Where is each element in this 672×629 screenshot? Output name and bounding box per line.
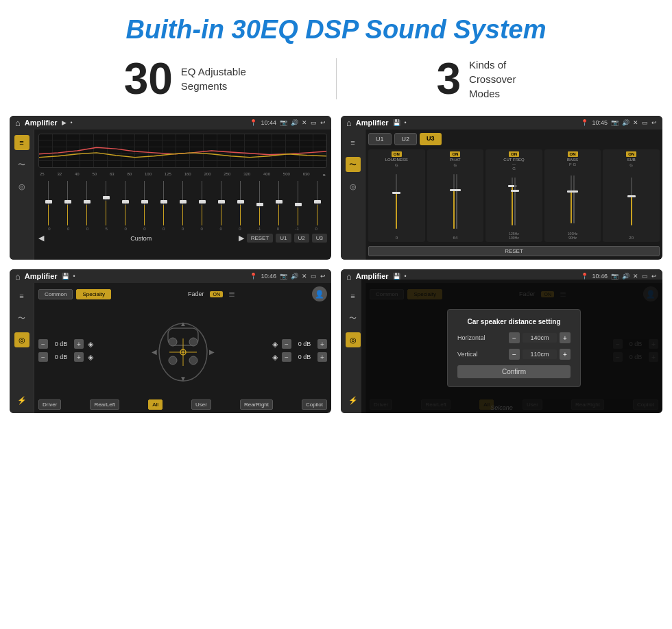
pin-icon-1: 📍 [250, 119, 257, 126]
crossover-stat: 3 Kinds of Crossover Modes [357, 57, 618, 101]
eq-slider-6[interactable] [155, 181, 172, 225]
profile-icon-3: 👤 [312, 286, 327, 301]
eq-slider-12[interactable] [270, 181, 287, 225]
eq-next-btn[interactable]: ▶ [239, 234, 244, 243]
front-left-db: − 0 dB + ◈ [38, 339, 95, 349]
rr-minus[interactable]: − [282, 352, 291, 362]
user-btn[interactable]: User [191, 399, 211, 410]
eq-slider-3[interactable] [97, 181, 115, 225]
eq-slider-7[interactable] [174, 181, 191, 225]
eq-slider-4[interactable] [117, 181, 134, 225]
back-icon-1[interactable]: ↩ [320, 119, 326, 126]
wave-side-icon-3[interactable]: 〜 [14, 310, 29, 325]
rear-left-btn[interactable]: RearLeft [90, 399, 119, 410]
eq-slider-10[interactable] [232, 181, 249, 225]
copilot-btn[interactable]: Copilot [302, 399, 327, 410]
fader-on-badge: ON [210, 291, 223, 297]
status-bar-1: ⌂ Amplifier ▶ • 📍 10:44 📷 🔊 ✕ ▭ ↩ [10, 116, 331, 130]
close-icon-3[interactable]: ✕ [302, 273, 307, 280]
u2-preset-btn[interactable]: U2 [394, 133, 418, 145]
svg-point-4 [169, 356, 177, 365]
svg-text:▲: ▲ [180, 320, 187, 328]
horizontal-label: Horizontal [457, 334, 495, 341]
u2-btn[interactable]: U2 [294, 234, 309, 243]
eq-slider-11[interactable] [251, 181, 268, 225]
horizontal-plus[interactable]: + [560, 332, 571, 343]
confirm-button[interactable]: Confirm [457, 365, 571, 378]
fl-plus[interactable]: + [74, 339, 84, 349]
u3-btn[interactable]: U3 [312, 234, 327, 243]
crossover-desc: Kinds of Crossover Modes [469, 58, 538, 101]
eq-side-icon-4[interactable]: ≡ [346, 288, 361, 304]
eq-slider-13[interactable] [289, 181, 307, 225]
vertical-minus[interactable]: − [509, 349, 520, 360]
rl-minus[interactable]: − [38, 352, 48, 362]
bt-side-icon-4[interactable]: ⚡ [346, 393, 361, 408]
bt-side-icon-3[interactable]: ⚡ [14, 393, 29, 408]
speaker-side-icon-3[interactable]: ◎ [14, 332, 29, 347]
svg-text:▼: ▼ [180, 375, 187, 382]
crossover-reset-btn[interactable]: RESET [368, 246, 660, 256]
volume-icon-4: 🔊 [622, 273, 629, 280]
eq-prev-btn[interactable]: ◀ [38, 234, 44, 243]
window-icon-4[interactable]: ▭ [642, 273, 648, 280]
eq-slider-2[interactable] [78, 181, 95, 225]
eq-side-icon[interactable]: ≡ [14, 135, 29, 150]
speaker-side-icon-4[interactable]: ◎ [346, 332, 361, 347]
speaker-side-icon-2[interactable]: ◎ [346, 179, 361, 194]
eq-slider-9[interactable] [213, 181, 230, 225]
screen-distance: ⌂ Amplifier 💾 • 📍 10:46 📷 🔊 ✕ ▭ ↩ ≡ 〜 ◎ … [341, 269, 662, 413]
back-icon-3[interactable]: ↩ [320, 273, 326, 280]
horizontal-minus[interactable]: − [509, 332, 520, 343]
dot-icon-3: • [73, 273, 75, 280]
back-icon-4[interactable]: ↩ [651, 273, 657, 280]
eq-desc: EQ Adjustable Segments [181, 64, 246, 93]
eq-slider-0[interactable] [40, 181, 57, 225]
close-icon-2[interactable]: ✕ [633, 119, 638, 126]
speaker-side-icon[interactable]: ◎ [14, 179, 29, 194]
eq-slider-1[interactable] [59, 181, 76, 225]
dot-icon-1: • [71, 119, 73, 126]
wave-side-icon-4[interactable]: 〜 [346, 310, 361, 325]
rear-right-btn[interactable]: RearRight [240, 399, 273, 410]
u1-preset-btn[interactable]: U1 [368, 133, 392, 145]
common-btn[interactable]: Common [38, 289, 73, 299]
vertical-plus[interactable]: + [560, 349, 571, 360]
wave-side-icon[interactable]: 〜 [14, 157, 29, 172]
eq-side-icon-2[interactable]: ≡ [346, 135, 361, 150]
wave-side-icon-2[interactable]: 〜 [346, 157, 361, 172]
eq-side-icon-3[interactable]: ≡ [14, 288, 29, 304]
eq-slider-5[interactable] [136, 181, 153, 225]
driver-btn[interactable]: Driver [38, 399, 61, 410]
home-icon-2[interactable]: ⌂ [346, 118, 352, 128]
fl-minus[interactable]: − [38, 339, 48, 349]
eq-slider-14[interactable] [309, 181, 326, 225]
car-diagram: ▲ ▼ ◀ ▶ [99, 305, 266, 396]
home-icon-3[interactable]: ⌂ [15, 271, 21, 282]
side-panel-2: ≡ 〜 ◎ [341, 130, 365, 260]
rr-plus[interactable]: + [317, 352, 327, 362]
eq-freq-labels: 25 32 40 50 63 80 100 125 160 200 250 32… [38, 172, 327, 178]
rl-plus[interactable]: + [74, 352, 84, 362]
u3-preset-btn[interactable]: U3 [420, 133, 442, 145]
window-icon-3[interactable]: ▭ [311, 273, 317, 280]
rl-speaker-icon: ◈ [88, 353, 93, 362]
close-icon-4[interactable]: ✕ [633, 273, 638, 280]
back-icon-2[interactable]: ↩ [651, 119, 657, 126]
fr-minus[interactable]: − [282, 339, 291, 349]
specialty-btn[interactable]: Specialty [76, 289, 110, 299]
u1-btn[interactable]: U1 [276, 234, 291, 243]
window-icon-1[interactable]: ▭ [311, 119, 317, 126]
eq-slider-8[interactable] [193, 181, 211, 225]
window-icon-2[interactable]: ▭ [642, 119, 648, 126]
home-icon-4[interactable]: ⌂ [346, 271, 352, 282]
fr-plus[interactable]: + [317, 339, 327, 349]
home-icon-1[interactable]: ⌂ [15, 118, 21, 128]
play-icon-1[interactable]: ▶ [62, 119, 67, 126]
distance-dialog-overlay: Car speaker distance setting Horizontal … [361, 280, 662, 413]
pin-icon-3: 📍 [250, 273, 257, 280]
screen-eq: ⌂ Amplifier ▶ • 📍 10:44 📷 🔊 ✕ ▭ ↩ ≡ 〜 ◎ [10, 116, 331, 260]
close-icon-1[interactable]: ✕ [302, 119, 307, 126]
reset-btn[interactable]: RESET [247, 234, 274, 243]
all-btn[interactable]: All [148, 399, 163, 410]
